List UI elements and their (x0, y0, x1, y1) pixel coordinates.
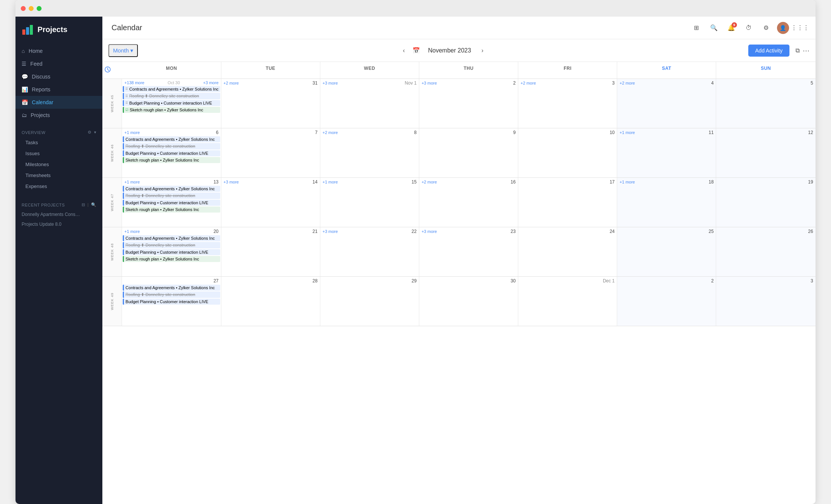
minimize-button[interactable] (29, 6, 34, 11)
view-selector[interactable]: Month ▾ (108, 44, 138, 57)
sidebar-item-expenses[interactable]: Expenses (15, 181, 102, 192)
sidebar-item-feed[interactable]: ☰ Feed (15, 57, 102, 70)
calendar-day[interactable]: 17 (518, 178, 617, 227)
calendar-day[interactable]: +1 more13Contracts and Agreements • Zylk… (122, 178, 221, 227)
more-link[interactable]: +1 more (124, 229, 140, 234)
calendar-day[interactable]: +2 more3 (518, 79, 617, 128)
next-month-button[interactable]: › (477, 45, 488, 56)
list-icon[interactable]: ⊟ (82, 202, 85, 207)
calendar-day[interactable]: +2 more4 (617, 79, 716, 128)
calendar-day[interactable]: 21 (221, 227, 320, 276)
more-link[interactable]: +3 more (422, 81, 437, 85)
notifications-button[interactable]: 🔔 9 (725, 22, 738, 34)
more-link[interactable]: +3 more (224, 180, 239, 184)
calendar-day[interactable]: +1 more15 (320, 178, 419, 227)
filter-icon[interactable]: ⚙ (88, 130, 92, 135)
more-link[interactable]: +3 more (323, 229, 338, 234)
search-button[interactable]: 🔍 (707, 22, 720, 34)
calendar-event[interactable]: Budget Planning • Customer interaction L… (123, 299, 220, 305)
more-link[interactable]: +2 more (323, 130, 338, 135)
calendar-day[interactable]: +3 more2 (419, 79, 518, 128)
more-link[interactable]: +1 more (619, 130, 635, 135)
calendar-event[interactable]: Roofing ⬆ Donnelley site construction (123, 291, 220, 298)
more-link[interactable]: +3 more (422, 229, 437, 234)
calendar-day[interactable]: +2 more31 (221, 79, 320, 128)
calendar-day[interactable]: +138 moreOct 30+3 more⠿Contracts and Agr… (122, 79, 221, 128)
calendar-day[interactable]: +1 more18 (617, 178, 716, 227)
calendar-event[interactable]: Sketch rough plan • Zylker Solutions Inc (123, 256, 220, 262)
sidebar-item-milestones[interactable]: Milestones (15, 159, 102, 170)
calendar-day[interactable]: +1 more20Contracts and Agreements • Zylk… (122, 227, 221, 276)
settings-button[interactable]: ⚙ (760, 22, 772, 34)
calendar-day[interactable]: 5 (716, 79, 815, 128)
calendar-day[interactable]: +3 moreNov 1 (320, 79, 419, 128)
calendar-day[interactable]: 30 (419, 277, 518, 326)
timer-button[interactable]: ⏱ (742, 22, 755, 34)
calendar-day[interactable]: 28 (221, 277, 320, 326)
calendar-day[interactable]: 27Contracts and Agreements • Zylker Solu… (122, 277, 221, 326)
calendar-day[interactable]: 25 (617, 227, 716, 276)
calendar-day[interactable]: 19 (716, 178, 815, 227)
calendar-day[interactable]: 26 (716, 227, 815, 276)
calendar-day[interactable]: +2 more8 (320, 128, 419, 177)
search-icon[interactable]: 🔍 (91, 202, 97, 207)
calendar-event[interactable]: Contracts and Agreements • Zylker Soluti… (123, 285, 220, 291)
calendar-day[interactable]: Dec 1 (518, 277, 617, 326)
add-activity-button[interactable]: Add Activity (748, 45, 789, 57)
more-link[interactable]: +1 more (323, 180, 338, 184)
more-options-button[interactable]: ⋯ (803, 46, 809, 55)
more-link[interactable]: +1 more (619, 180, 635, 184)
prev-month-button[interactable]: ‹ (399, 45, 409, 56)
calendar-day[interactable]: 3 (716, 277, 815, 326)
sidebar-item-discuss[interactable]: 💬 Discuss (15, 70, 102, 83)
calendar-today-button[interactable]: 📅 (411, 45, 422, 56)
calendar-event[interactable]: Budget Planning • Customer interaction L… (123, 249, 220, 255)
maximize-button[interactable] (37, 6, 42, 11)
calendar-day[interactable]: 9 (419, 128, 518, 177)
sidebar-item-reports[interactable]: 📊 Reports (15, 83, 102, 96)
more-link[interactable]: +3 more (203, 80, 219, 85)
calendar-day[interactable]: 10 (518, 128, 617, 177)
calendar-event[interactable]: ⠿Budget Planning • Customer interaction … (123, 100, 220, 106)
calendar-day[interactable]: 2 (617, 277, 716, 326)
calendar-event[interactable]: Sketch rough plan • Zylker Solutions Inc (123, 157, 220, 163)
calendar-day[interactable]: 12 (716, 128, 815, 177)
calendar-event[interactable]: ⠿Contracts and Agreements • Zylker Solut… (123, 86, 220, 92)
sidebar-item-issues[interactable]: Issues (15, 148, 102, 159)
calendar-day[interactable]: 29 (320, 277, 419, 326)
calendar-event[interactable]: Sketch rough plan • Zylker Solutions Inc (123, 207, 220, 213)
recent-project-1[interactable]: Donnelly Apartments Cons… (15, 210, 102, 219)
calendar-event[interactable]: Roofing ⬆ Donnelley site construction (123, 143, 220, 150)
calendar-event[interactable]: ⠿Roofing ⬆ Donnelley site construction (123, 93, 220, 99)
calendar-event[interactable]: Contracts and Agreements • Zylker Soluti… (123, 235, 220, 241)
calendar-day[interactable]: +3 more22 (320, 227, 419, 276)
user-avatar[interactable]: 👤 (777, 22, 789, 34)
calendar-day[interactable]: +3 more23 (419, 227, 518, 276)
calendar-day[interactable]: +1 more11 (617, 128, 716, 177)
filter-button[interactable]: ⧉ (795, 47, 800, 54)
recent-project-2[interactable]: Projects Update 8.0 (15, 219, 102, 229)
add-button[interactable]: ⊞ (690, 22, 703, 34)
more-link[interactable]: +2 more (521, 81, 536, 85)
more-link[interactable]: +3 more (323, 81, 338, 85)
calendar-day[interactable]: 24 (518, 227, 617, 276)
more-link[interactable]: +2 more (224, 81, 239, 85)
calendar-event[interactable]: ☑Sketch rough plan • Zylker Solutions In… (123, 107, 220, 113)
more-link[interactable]: +2 more (422, 180, 437, 184)
calendar-day[interactable]: +3 more14 (221, 178, 320, 227)
calendar-day[interactable]: +1 more6Contracts and Agreements • Zylke… (122, 128, 221, 177)
sidebar-item-tasks[interactable]: Tasks (15, 137, 102, 148)
more-link[interactable]: +1 more (124, 130, 140, 135)
calendar-event[interactable]: Contracts and Agreements • Zylker Soluti… (123, 136, 220, 142)
sidebar-item-home[interactable]: ⌂ Home (15, 45, 102, 57)
calendar-event[interactable]: Budget Planning • Customer interaction L… (123, 200, 220, 206)
calendar-event[interactable]: Roofing ⬆ Donnelley site construction (123, 242, 220, 248)
apps-grid-button[interactable]: ⋮⋮⋮ (794, 22, 806, 34)
close-button[interactable] (21, 6, 26, 11)
sidebar-item-timesheets[interactable]: Timesheets (15, 170, 102, 181)
calendar-day[interactable]: 7 (221, 128, 320, 177)
sidebar-item-projects[interactable]: 🗂 Projects (15, 109, 102, 122)
sidebar-item-calendar[interactable]: 📅 Calendar (15, 96, 102, 109)
more-link[interactable]: +2 more (619, 81, 635, 85)
chevron-down-icon[interactable]: ▾ (94, 130, 97, 135)
